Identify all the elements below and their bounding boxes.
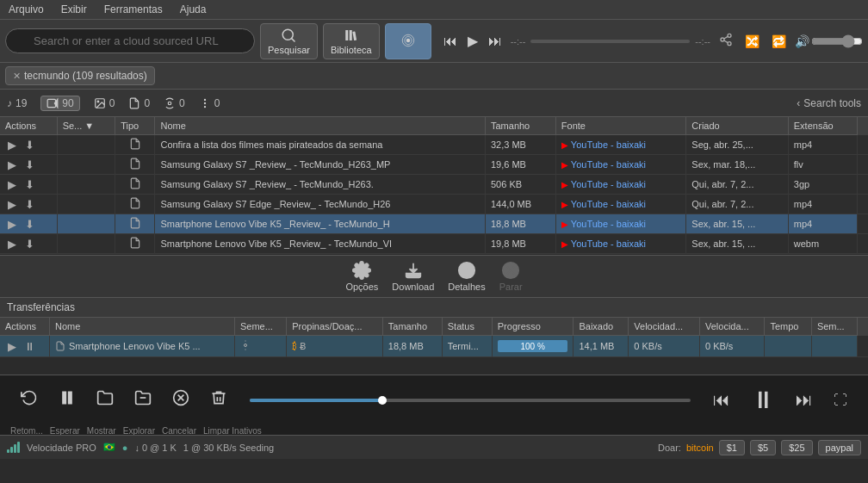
app-count[interactable]: 0: [164, 97, 185, 109]
dl-action-icon[interactable]: ⬇: [22, 237, 36, 251]
t-pause-icon[interactable]: ⏸: [22, 339, 36, 353]
col-extensao[interactable]: Extensão: [788, 117, 857, 135]
nome-cell: Samsung Galaxy S7 _Review_ - TecMundo_H2…: [155, 175, 486, 195]
tcol-tempo[interactable]: Tempo: [765, 318, 811, 336]
menu-ferramentas[interactable]: Ferramentas: [101, 2, 166, 17]
fonte-cell[interactable]: ▶YouTube - baixaki: [555, 214, 685, 234]
fonte-cell[interactable]: ▶YouTube - baixaki: [555, 195, 685, 214]
tab-close[interactable]: ✕: [13, 71, 21, 82]
play-action-icon[interactable]: ▶: [5, 237, 19, 251]
search-tools-button[interactable]: ‹ Search tools: [797, 97, 861, 109]
tcol-progresso[interactable]: Progresso: [492, 318, 574, 336]
progress-track[interactable]: [530, 40, 690, 43]
paypal-button[interactable]: paypal: [818, 440, 861, 455]
col-fonte[interactable]: Fonte: [555, 117, 685, 135]
clean-icon: [210, 389, 227, 406]
tcol-propinas[interactable]: Propinas/Doaç...: [287, 318, 383, 336]
download-button[interactable]: Download: [392, 261, 434, 292]
player-folder-button[interactable]: [90, 386, 121, 414]
player-progress[interactable]: [250, 399, 691, 402]
player-next-button[interactable]: ⏭: [789, 387, 820, 413]
donate-5-button[interactable]: $5: [750, 440, 776, 455]
video-count[interactable]: 90: [40, 96, 79, 111]
dl-action-icon[interactable]: ⬇: [22, 177, 36, 191]
play-action-icon[interactable]: ▶: [5, 138, 19, 152]
dl-action-icon[interactable]: ⬇: [22, 197, 36, 211]
tipo-cell: [115, 135, 155, 155]
dl-action-icon[interactable]: ⬇: [22, 138, 36, 152]
dl-action-icon[interactable]: ⬇: [22, 217, 36, 231]
tcol-scroll: [858, 318, 869, 336]
tcol-actions[interactable]: Actions: [0, 318, 49, 336]
doc-count[interactable]: 0: [128, 97, 150, 109]
extensao-cell: webm: [788, 234, 857, 254]
results-area[interactable]: Actions Se... ▼ Tipo Nome Tamanho Fonte …: [0, 117, 868, 255]
prev-button[interactable]: ⏮: [440, 30, 461, 53]
opcoes-button[interactable]: Opções: [345, 261, 378, 292]
tcol-veldown[interactable]: Velocidad...: [629, 318, 700, 336]
fonte-cell[interactable]: ▶YouTube - baixaki: [555, 135, 685, 155]
tcol-status[interactable]: Status: [442, 318, 492, 336]
tcol-seme[interactable]: Seme...: [234, 318, 286, 336]
result-row-5[interactable]: ▶ ⬇ Smartphone Lenovo Vibe K5 _Review_ -…: [0, 234, 868, 254]
svg-point-21: [204, 106, 205, 107]
fonte-cell[interactable]: ▶YouTube - baixaki: [555, 155, 685, 175]
share-button[interactable]: [716, 29, 736, 53]
volume-slider[interactable]: [811, 34, 863, 48]
parar-button[interactable]: Parar: [499, 261, 523, 292]
play-action-icon[interactable]: ▶: [5, 158, 19, 171]
play-action-icon[interactable]: ▶: [5, 217, 19, 231]
player-play-pause-button[interactable]: ⏸: [744, 382, 782, 418]
play-action-icon[interactable]: ▶: [5, 177, 19, 191]
donate-1-button[interactable]: $1: [719, 440, 745, 455]
player-clean-button[interactable]: [203, 386, 234, 414]
player-pause-button[interactable]: [52, 386, 83, 414]
repeat-button[interactable]: 🔁: [768, 31, 790, 52]
stream-button[interactable]: [385, 23, 431, 59]
result-row-1[interactable]: ▶ ⬇ Samsung Galaxy S7 _Review_ - TecMund…: [0, 155, 868, 175]
result-row-0[interactable]: ▶ ⬇ Confira a lista dos filmes mais pira…: [0, 135, 868, 155]
fonte-cell[interactable]: ▶YouTube - baixaki: [555, 234, 685, 254]
fonte-cell[interactable]: ▶YouTube - baixaki: [555, 175, 685, 195]
col-criado[interactable]: Criado: [686, 117, 788, 135]
tcol-baixado[interactable]: Baixado: [574, 318, 629, 336]
donate-25-button[interactable]: $25: [781, 440, 812, 455]
play-action-icon[interactable]: ▶: [5, 197, 19, 211]
menu-ajuda[interactable]: Ajuda: [177, 2, 210, 17]
transfer-row-0[interactable]: ▶ ⏸ Smartphone Lenovo Vibe K5 ... ₿ Ƀ 18…: [0, 336, 868, 357]
next-button[interactable]: ⏭: [485, 30, 505, 53]
play-button[interactable]: ▶: [464, 29, 481, 53]
menu-exibir[interactable]: Exibir: [58, 2, 90, 17]
biblioteca-button[interactable]: Biblioteca: [323, 23, 380, 59]
result-row-2[interactable]: ▶ ⬇ Samsung Galaxy S7 _Review_ - TecMund…: [0, 175, 868, 195]
tcol-tamanho[interactable]: Tamanho: [382, 318, 442, 336]
image-count[interactable]: 0: [94, 97, 115, 109]
player-prev-button[interactable]: ⏮: [706, 387, 737, 413]
tcol-nome[interactable]: Nome: [49, 318, 234, 336]
search-input[interactable]: [5, 28, 255, 53]
result-row-3[interactable]: ▶ ⬇ Samsung Galaxy S7 Edge _Review_ - Te…: [0, 195, 868, 214]
col-tipo[interactable]: Tipo: [115, 117, 155, 135]
col-se[interactable]: Se... ▼: [57, 117, 115, 135]
dl-action-icon[interactable]: ⬇: [22, 158, 36, 171]
detalhes-button[interactable]: Detalhes: [448, 261, 485, 292]
tcol-velup[interactable]: Velocida...: [699, 318, 764, 336]
music-count[interactable]: ♪ 19: [7, 97, 27, 109]
active-tab[interactable]: ✕ tecmundo (109 resultados): [5, 66, 155, 85]
shuffle-button[interactable]: 🔀: [741, 31, 763, 52]
player-explore-button[interactable]: [127, 386, 158, 414]
col-nome[interactable]: Nome: [155, 117, 486, 135]
player-fullscreen-button[interactable]: ⛶: [827, 389, 854, 412]
t-play-icon[interactable]: ▶: [5, 339, 19, 353]
player-retomar-button[interactable]: [14, 386, 45, 414]
pesquisar-button[interactable]: Pesquisar: [260, 23, 318, 59]
other-count[interactable]: 0: [199, 97, 220, 109]
col-tamanho[interactable]: Tamanho: [485, 117, 555, 135]
col-actions[interactable]: Actions: [0, 117, 57, 135]
t-action-cell: ▶ ⏸: [0, 336, 49, 357]
menu-arquivo[interactable]: Arquivo: [5, 2, 47, 17]
tcol-sem[interactable]: Sem...: [811, 318, 857, 336]
opcoes-label: Opções: [345, 282, 378, 292]
player-cancel-button[interactable]: [165, 386, 196, 414]
result-row-4[interactable]: ▶ ⬇ Smartphone Lenovo Vibe K5 _Review_ -…: [0, 214, 868, 234]
